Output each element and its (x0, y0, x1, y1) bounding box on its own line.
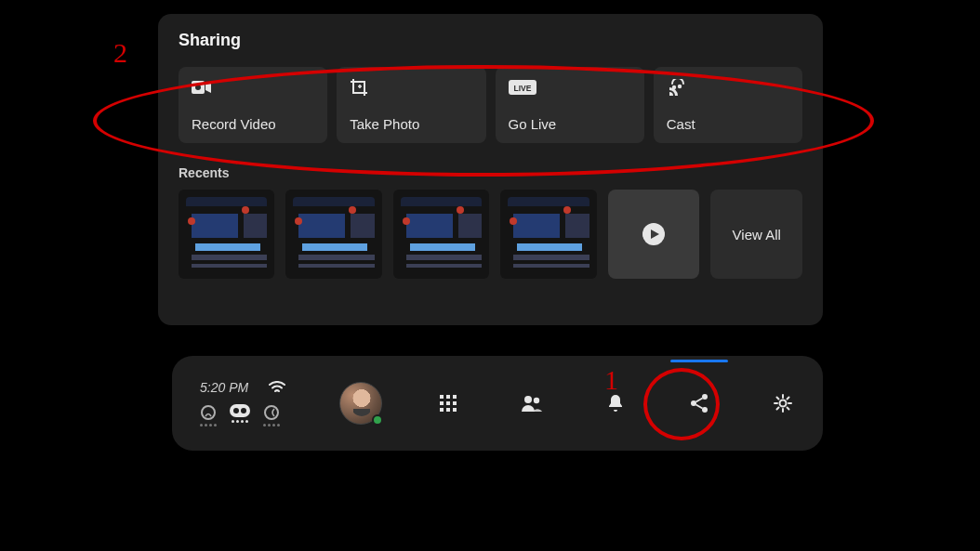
people-icon (521, 394, 543, 413)
notifications-button[interactable] (602, 389, 629, 417)
svg-rect-15 (440, 401, 444, 405)
quick-action-3[interactable] (263, 404, 280, 426)
sharing-title: Sharing (179, 31, 802, 50)
svg-point-23 (702, 394, 708, 400)
svg-point-11 (265, 406, 278, 419)
quick-action-1[interactable] (200, 404, 217, 426)
svg-point-21 (524, 396, 532, 403)
crop-add-icon (350, 78, 472, 97)
svg-rect-19 (446, 408, 450, 412)
svg-rect-8 (230, 404, 250, 417)
clock: 5:20 PM (200, 380, 248, 395)
svg-rect-20 (453, 408, 457, 412)
share-icon (690, 393, 709, 413)
settings-button[interactable] (769, 389, 797, 417)
sharing-tiles: Record Video Take Photo LIVE Go Live (179, 67, 802, 143)
record-video-tile[interactable]: Record Video (179, 67, 327, 143)
recents-row: View All (179, 190, 802, 279)
svg-point-10 (241, 408, 246, 413)
svg-point-7 (202, 406, 215, 419)
svg-point-4 (678, 85, 682, 88)
tile-label: Take Photo (350, 116, 472, 132)
cast-icon (667, 78, 789, 97)
cast-tile[interactable]: Cast (654, 67, 802, 143)
tile-label: Record Video (192, 116, 314, 132)
play-icon (642, 222, 666, 246)
presence-dot (372, 414, 383, 426)
svg-rect-18 (440, 408, 444, 412)
gear-icon (773, 393, 793, 413)
bell-icon (607, 394, 624, 413)
take-photo-tile[interactable]: Take Photo (337, 67, 485, 143)
svg-rect-13 (446, 395, 450, 399)
play-recent-button[interactable] (608, 190, 700, 279)
recent-thumb[interactable] (179, 190, 274, 279)
svg-rect-17 (453, 401, 457, 405)
recent-thumb[interactable] (285, 190, 381, 279)
svg-point-22 (534, 398, 539, 403)
view-all-label: View All (733, 227, 781, 243)
annotation-number-2: 2 (113, 37, 127, 69)
sharing-panel: Sharing Record Video Take Photo (158, 14, 823, 325)
recents-title: Recents (179, 165, 802, 180)
svg-rect-16 (446, 401, 450, 405)
tile-label: Cast (667, 116, 789, 132)
dock-nav (434, 389, 806, 417)
svg-point-26 (780, 400, 787, 407)
svg-point-25 (702, 407, 708, 413)
apps-button[interactable] (434, 389, 462, 417)
svg-point-5 (672, 85, 676, 89)
svg-text:LIVE: LIVE (513, 84, 531, 93)
recent-thumb[interactable] (393, 190, 489, 279)
view-all-button[interactable]: View All (710, 190, 802, 279)
dock-status: 5:20 PM (200, 380, 311, 426)
svg-point-24 (691, 400, 696, 406)
apps-grid-icon (439, 394, 457, 413)
quick-action-2[interactable] (230, 404, 250, 426)
svg-point-1 (195, 85, 201, 90)
wifi-icon (269, 381, 285, 394)
tile-label: Go Live (509, 116, 631, 132)
system-dock: 5:20 PM (172, 356, 823, 451)
go-live-tile[interactable]: LIVE Go Live (496, 67, 644, 143)
live-badge-icon: LIVE (509, 78, 631, 97)
recent-thumb[interactable] (500, 190, 596, 279)
people-button[interactable] (518, 389, 546, 417)
share-button[interactable] (685, 389, 713, 417)
profile-button[interactable] (339, 382, 382, 425)
svg-rect-14 (453, 395, 457, 399)
svg-rect-12 (440, 395, 444, 399)
svg-point-9 (233, 408, 239, 413)
videocam-icon (192, 78, 314, 97)
